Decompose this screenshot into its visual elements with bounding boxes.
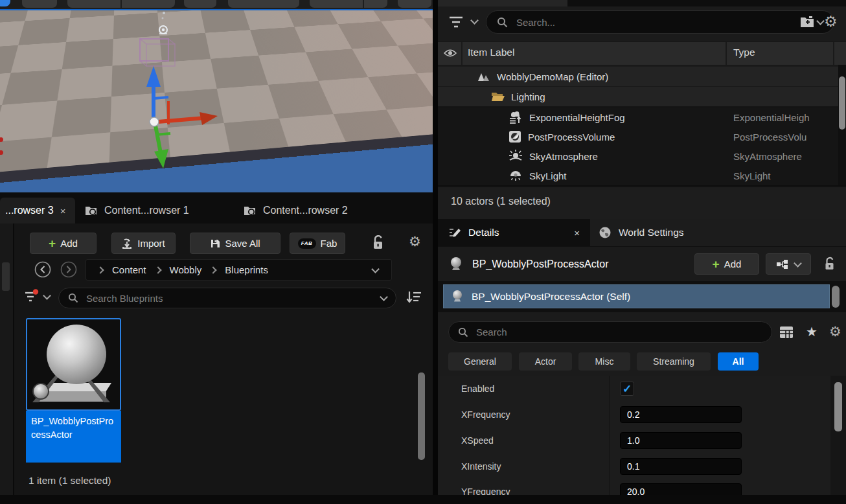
enabled-checkbox[interactable]: ✓ xyxy=(620,382,634,396)
globe-icon xyxy=(599,226,612,239)
filter-chip-actor[interactable]: Actor xyxy=(519,352,572,371)
chip-label: General xyxy=(464,356,496,367)
close-icon[interactable]: × xyxy=(574,227,580,238)
property-row-xspeed: XSpeed xyxy=(438,428,830,454)
tab-world-settings[interactable]: World Settings xyxy=(599,219,684,246)
outliner-scrollbar-thumb[interactable] xyxy=(839,76,845,130)
chip-label: Streaming xyxy=(653,356,694,367)
path-dropdown-chevron-icon[interactable] xyxy=(371,265,380,273)
tab-details[interactable]: Details × xyxy=(438,219,590,246)
favorites-star-icon[interactable]: ★ xyxy=(806,324,817,339)
transform-gizmo[interactable] xyxy=(91,49,259,185)
filter-icon[interactable] xyxy=(23,288,40,305)
import-button[interactable]: Import xyxy=(111,233,176,254)
content-browser-settings-gear-icon[interactable]: ⚙ xyxy=(409,235,421,248)
save-all-button[interactable]: Save All xyxy=(190,233,280,254)
filter-chip-all[interactable]: All xyxy=(718,352,759,371)
filter-chip-general[interactable]: General xyxy=(448,352,512,371)
panel-divider[interactable] xyxy=(433,0,438,504)
details-pencil-icon xyxy=(448,227,461,238)
display-options-grid-icon[interactable] xyxy=(779,325,794,339)
property-column-divider[interactable] xyxy=(609,428,610,453)
component-row-self[interactable]: BP_WobblyPostProcessActor (Self) xyxy=(443,284,830,308)
plus-icon: + xyxy=(713,257,720,271)
row-label: SkyLight xyxy=(529,170,567,181)
height-fog-icon xyxy=(508,110,523,124)
column-header-type[interactable]: Type xyxy=(733,47,755,58)
back-button[interactable] xyxy=(34,260,52,279)
tab-content-browser-1[interactable]: Content...rowser 1 xyxy=(84,198,189,223)
sources-drawer-strip xyxy=(0,223,14,495)
outliner-settings-gear-icon[interactable]: ⚙ xyxy=(824,14,838,29)
outliner-row-wobblydemomap[interactable]: WobblyDemoMap (Editor) xyxy=(438,67,846,87)
component-scrollbar-thumb[interactable] xyxy=(832,286,840,308)
outliner-search-input[interactable] xyxy=(515,16,810,29)
visibility-eye-icon[interactable] xyxy=(443,47,457,59)
filter-chevron-icon[interactable] xyxy=(43,292,51,300)
content-search xyxy=(58,288,396,308)
toolbar-button[interactable] xyxy=(184,0,216,8)
toolbar-button[interactable] xyxy=(228,0,299,8)
viewport[interactable] xyxy=(0,9,433,194)
details-search xyxy=(448,321,772,343)
toolbar-button[interactable] xyxy=(398,0,431,8)
row-type: SkyLight xyxy=(733,166,834,185)
component-hierarchy-button[interactable] xyxy=(766,253,811,275)
outliner-filter-icon[interactable] xyxy=(448,14,465,30)
outliner-row-lighting[interactable]: Lighting xyxy=(438,87,846,108)
search-blueprints-input[interactable] xyxy=(85,292,374,304)
column-divider[interactable] xyxy=(833,42,834,65)
breadcrumb-root-chevron-icon[interactable] xyxy=(97,266,104,273)
tab-content-browser-3[interactable]: ...rowser 3 × xyxy=(0,198,75,223)
breadcrumb-item-wobbly[interactable]: Wobbly xyxy=(170,264,202,275)
filter-chip-misc[interactable]: Misc xyxy=(578,352,630,371)
tab-label: Content...rowser 1 xyxy=(104,205,189,216)
outliner-row-skylight[interactable]: SkyLight SkyLight xyxy=(438,166,846,186)
column-divider[interactable] xyxy=(461,42,463,65)
content-browser-tabstrip: ...rowser 3 × Content...rowser 1 Content… xyxy=(0,192,433,223)
details-search-input[interactable] xyxy=(475,326,762,338)
toolbar-button[interactable] xyxy=(310,0,387,8)
close-icon[interactable]: × xyxy=(60,205,66,216)
asset-tile-bp-wobblypostprocessactor[interactable]: BP_WobblyPostProcessActor xyxy=(26,318,121,463)
add-button[interactable]: + Add xyxy=(30,233,97,254)
breadcrumb-item-blueprints[interactable]: Blueprints xyxy=(225,264,268,275)
toolbar-logo-button[interactable] xyxy=(0,0,10,6)
outliner-filter-chevron-icon[interactable] xyxy=(470,16,479,25)
unlock-icon[interactable] xyxy=(371,235,386,251)
fab-logo-icon: FAB xyxy=(298,238,316,249)
outliner-row-postprocessvolume[interactable]: PostProcessVolume PostProcessVolu xyxy=(438,127,846,147)
outliner-search-chevron-icon[interactable] xyxy=(816,17,825,25)
xspeed-input[interactable] xyxy=(620,432,742,449)
xintensity-input[interactable] xyxy=(620,458,742,475)
details-add-button[interactable]: + Add xyxy=(694,253,759,275)
details-settings-gear-icon[interactable]: ⚙ xyxy=(829,325,841,338)
details-scrollbar-thumb[interactable] xyxy=(834,382,842,431)
details-tabstrip: Details × World Settings xyxy=(438,219,846,247)
details-unlock-icon[interactable] xyxy=(823,257,837,272)
property-column-divider[interactable] xyxy=(609,453,610,479)
save-all-button-label: Save All xyxy=(225,238,260,249)
tab-content-browser-2[interactable]: Content...rowser 2 xyxy=(243,198,348,223)
filter-chip-streaming[interactable]: Streaming xyxy=(637,352,711,371)
forward-button[interactable] xyxy=(60,260,78,279)
outliner-row-skyatmosphere[interactable]: SkyAtmosphere SkyAtmosphere xyxy=(438,146,846,166)
content-scrollbar-thumb[interactable] xyxy=(418,372,425,460)
xfrequency-input[interactable] xyxy=(620,406,742,423)
property-column-divider[interactable] xyxy=(609,402,610,428)
content-browser: + Add Import Save All FAB Fab xyxy=(0,223,433,495)
column-divider[interactable] xyxy=(726,42,727,65)
sort-view-options-icon[interactable] xyxy=(406,289,422,306)
column-header-item-label[interactable]: Item Label xyxy=(468,47,514,58)
row-type: ExponentialHeigh xyxy=(733,108,834,127)
drawer-handle[interactable] xyxy=(2,262,10,291)
outliner-row-exponentialheightfog[interactable]: ExponentialHeightFog ExponentialHeigh xyxy=(438,108,846,128)
breadcrumb-item-content[interactable]: Content xyxy=(112,264,146,275)
property-column-divider[interactable] xyxy=(609,376,610,402)
new-folder-icon[interactable] xyxy=(799,14,816,30)
search-history-chevron-icon[interactable] xyxy=(380,293,388,301)
toolbar-button[interactable] xyxy=(22,0,57,8)
row-label: SkyAtmosphere xyxy=(529,151,598,162)
fab-button[interactable]: FAB Fab xyxy=(290,233,345,254)
details-add-label: Add xyxy=(724,258,742,269)
